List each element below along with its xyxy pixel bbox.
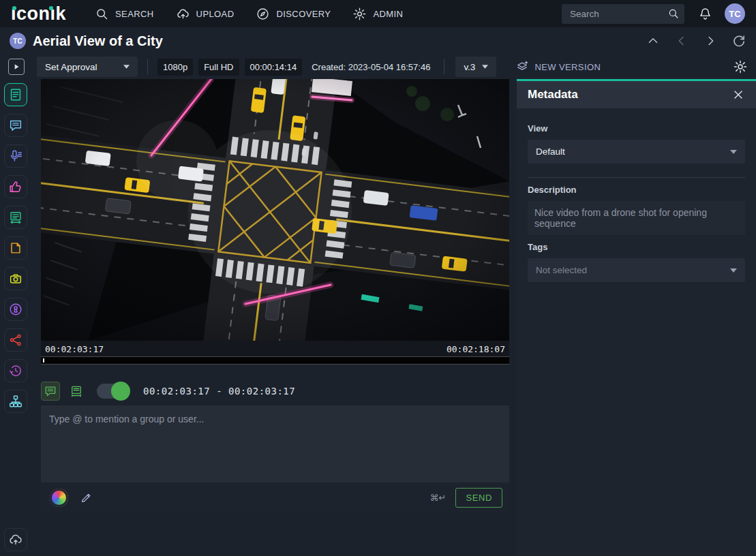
pencil-icon[interactable] [80,491,93,504]
sidebar-item-comments[interactable] [4,114,27,137]
timecode-toggle[interactable] [97,384,128,399]
nav-upload[interactable]: UPLOAD [176,7,235,21]
files-icon [8,241,23,256]
asset-toolbar: Set Approval 1080p Full HD 00:00:14:14 C… [0,55,756,79]
close-icon[interactable] [731,88,745,102]
gear-icon[interactable] [733,59,748,74]
chevron-down-icon [123,65,130,69]
comment-footer: ⌘↵ SEND [41,482,509,513]
description-label: Description [528,185,745,195]
segment-mode-button[interactable] [67,382,86,401]
refresh-icon[interactable] [731,33,746,48]
sidebar-item-security[interactable] [4,298,27,321]
iconik-app: ıconık SEARCH UPLOAD DISCOVERY ADMIN [0,0,756,556]
gear-icon [352,7,367,21]
divider [444,59,444,74]
send-button[interactable]: SEND [455,488,502,508]
tags-dropdown[interactable]: Not selected [528,258,745,282]
sidebar-item-metadata[interactable] [4,83,27,106]
sidebar-item-relations[interactable] [4,390,27,413]
chevron-up-icon[interactable] [646,33,661,48]
tags-value: Not selected [536,265,587,275]
video-frame[interactable] [41,79,509,341]
bell-icon[interactable] [698,7,712,21]
security-keyhole-icon [8,302,23,317]
search-input[interactable] [562,4,684,24]
logo-dot [49,6,53,10]
chevron-down-icon [482,65,488,69]
relations-sitemap-icon [8,394,23,409]
sidebar-item-files[interactable] [4,236,27,260]
share-icon [8,333,23,348]
sidebar-item-upload[interactable] [4,528,27,551]
set-approval-dropdown[interactable]: Set Approval [37,57,138,77]
play-icon [12,62,21,72]
chevron-right-icon[interactable] [703,33,718,48]
left-sidebar [0,79,31,556]
iconik-logo[interactable]: ıconık [11,0,66,27]
player-column: 00:02:03:17 00:02:18:07 00:02:03:17 - 00… [41,79,509,513]
segment-icon [70,384,83,398]
description-value[interactable]: Nice video from a drone shot for opening… [528,201,745,235]
timecode-out: 00:02:18:07 [447,344,505,354]
logo-dot [12,6,16,10]
comment-mode-button[interactable] [41,382,60,401]
timeline-scrubber[interactable] [41,356,509,365]
playhead[interactable] [43,358,44,362]
nav-search[interactable]: SEARCH [95,7,154,21]
duration-badge: 00:00:14:14 [245,59,303,76]
nav-admin[interactable]: ADMIN [352,7,403,21]
sidebar-item-keyframes[interactable] [4,267,27,290]
new-version-label: NEW VERSION [534,62,601,72]
chevron-left-icon[interactable] [674,33,689,48]
timecode-row: 00:02:03:17 00:02:18:07 [41,341,509,356]
metadata-title: Metadata [528,88,578,102]
comment-bubble-icon [44,384,57,398]
color-picker-icon[interactable] [50,489,68,507]
send-shortcut-hint: ⌘↵ [430,493,447,503]
top-nav: ıconık SEARCH UPLOAD DISCOVERY ADMIN [0,0,756,27]
user-avatar[interactable]: TC [725,3,745,24]
new-version-button[interactable]: NEW VERSION [515,60,601,74]
sidebar-item-approvals[interactable] [4,175,27,198]
nav-discovery[interactable]: DISCOVERY [256,7,331,21]
search-icon[interactable] [667,7,680,20]
approval-thumbs-up-icon [8,179,23,194]
nav-admin-label: ADMIN [373,9,403,19]
search-icon [95,7,109,21]
comment-timecode-range: 00:02:03:17 - 00:02:03:17 [143,386,295,397]
set-approval-label: Set Approval [45,62,97,72]
metadata-header: Metadata [517,81,756,108]
player-view-button[interactable] [8,59,25,75]
toggle-knob[interactable] [111,382,130,401]
asset-owner-avatar[interactable]: TC [10,33,26,49]
resolution-badge: 1080p [157,59,193,76]
nav-discovery-label: DISCOVERY [276,9,331,19]
chevron-down-icon [730,150,737,154]
global-search [562,4,684,24]
comment-input[interactable] [41,405,509,482]
segments-icon [8,210,23,225]
nav-upload-label: UPLOAD [196,9,235,19]
nav-search-label: SEARCH [115,9,154,19]
version-dropdown[interactable]: v.3 [455,57,496,77]
sidebar-item-transcription[interactable] [4,144,27,168]
logo-text: ıconık [11,3,66,24]
sidebar-item-history[interactable] [4,359,27,382]
view-dropdown[interactable]: Default [528,140,745,164]
tags-label: Tags [528,242,745,252]
divider [528,177,745,178]
comment-box: ⌘↵ SEND [41,405,509,513]
video-player: 00:02:03:17 00:02:18:07 [41,79,509,365]
view-label: View [528,123,745,134]
format-badge: Full HD [198,59,239,76]
history-clock-icon [8,363,23,378]
asset-title-bar: TC Aerial View of a City [0,27,756,55]
view-value: Default [536,146,565,157]
compass-icon [256,7,270,21]
sidebar-item-segments[interactable] [4,206,27,229]
version-label: v.3 [464,62,475,72]
page-title: Aerial View of a City [33,33,163,49]
sidebar-item-share[interactable] [4,328,27,352]
keyframes-camera-icon [8,271,23,286]
